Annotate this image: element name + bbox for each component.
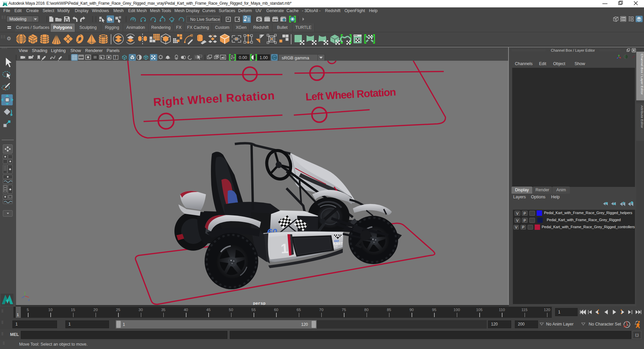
svg-text:0.00: 0.00 bbox=[239, 55, 247, 60]
svg-text:Left Wheel Rotation: Left Wheel Rotation bbox=[305, 86, 396, 103]
svg-text:ON: ON bbox=[273, 56, 276, 59]
svg-text:1: 1 bbox=[280, 241, 288, 256]
svg-text:1.00: 1.00 bbox=[260, 55, 268, 60]
svg-text:z: z bbox=[28, 298, 30, 301]
svg-text:Right Wheel Rotation: Right Wheel Rotation bbox=[153, 89, 275, 108]
svg-text:No Live Surface: No Live Surface bbox=[190, 17, 220, 22]
svg-text:sRGB gamma: sRGB gamma bbox=[282, 55, 309, 60]
svg-text:KART: KART bbox=[333, 242, 343, 246]
svg-text:T: T bbox=[115, 56, 117, 59]
svg-text:IPR: IPR bbox=[273, 18, 278, 21]
